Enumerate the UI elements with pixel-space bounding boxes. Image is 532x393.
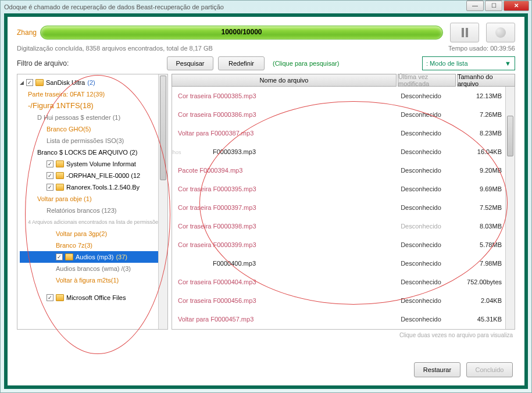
tree-row[interactable]: Lista de permissões ISO(3)	[20, 135, 158, 147]
tree-row[interactable]: Relatórios brancos (123)	[20, 205, 158, 216]
stop-button[interactable]	[486, 23, 515, 42]
tree-row[interactable]: Branco 7z(3)	[20, 240, 158, 251]
tree-row[interactable]: Branco $ LOCKS DE ARQUIVO (2)	[20, 147, 158, 158]
file-size: 7.52MB	[453, 204, 505, 211]
status-text: Digitalização concluída, 8358 arquivos e…	[17, 45, 213, 52]
progress-text: 10000/10000	[41, 28, 442, 36]
file-modified: Desconhecido	[389, 167, 453, 174]
tree-row[interactable]: Parte traseira: 0FAT 12(39)	[20, 88, 158, 100]
file-row[interactable]: Cor traseira F0000398.mp3Desconhecido8.0…	[172, 217, 505, 235]
file-row[interactable]: Pacote F0000394.mp3Desconhecido9.20MB	[172, 161, 505, 180]
file-modified: Desconhecido	[389, 204, 453, 211]
file-modified: Desconhecido	[389, 148, 453, 155]
folder-icon	[35, 79, 44, 86]
file-row[interactable]: Cor traseira F0000386.mp3Desconhecido7.2…	[172, 105, 505, 124]
folder-icon	[56, 160, 64, 167]
checkbox-icon[interactable]: ✓	[47, 294, 53, 301]
file-row[interactable]: Cor traseira F0000385.mp3Desconhecido12.…	[172, 87, 505, 105]
list-hint: Clique duas vezes no arquivo para visual…	[8, 330, 524, 340]
tree-row[interactable]: ✓-ORPHAN_FILE-0000 (12	[20, 170, 158, 181]
column-modified[interactable]: Última vez modificada	[398, 74, 456, 87]
list-scrollbar[interactable]	[505, 87, 515, 329]
file-modified: Desconhecido	[389, 316, 453, 323]
file-name-text: Cor traseira F0000385.mp3	[178, 92, 256, 99]
restore-button[interactable]: Restaurar	[414, 362, 460, 377]
file-row[interactable]: Cor dos olhosF0000393.mp3Desconhecido16.…	[172, 142, 505, 161]
close-button[interactable]: ✕	[504, 1, 529, 11]
tree-row-selected[interactable]: ✓ Audios (mp3) (37)	[20, 251, 158, 263]
file-modified: Desconhecido	[389, 185, 453, 192]
file-size: 8.23MB	[453, 130, 505, 137]
file-name-text: Cor traseira F0000456.mp3	[178, 297, 256, 304]
stop-icon	[495, 27, 506, 38]
file-modified: Desconhecido	[389, 278, 453, 285]
file-name-text: Cor traseira F0000398.mp3	[178, 223, 256, 230]
maximize-button[interactable]: ☐	[485, 1, 502, 11]
tree-row[interactable]: Voltar para 3gp(2)	[20, 228, 158, 240]
tree-scrollbar[interactable]	[158, 74, 167, 329]
filter-label: Filtro de arquivo:	[17, 59, 162, 67]
tree-row[interactable]: ✓System Volume Informat	[20, 158, 158, 170]
file-name-text: Cor traseira F0000404.mp3	[178, 278, 256, 285]
scrollbar-thumb[interactable]	[160, 76, 166, 180]
file-row[interactable]: Voltar para F0000387.mp3Desconhecido8.23…	[172, 124, 505, 142]
file-modified: Desconhecido	[389, 130, 453, 137]
file-name-text: Voltar para F0000387.mp3	[178, 130, 253, 137]
file-row[interactable]: Cor traseira F0000395.mp3Desconhecido9.6…	[172, 180, 505, 198]
file-name-text: Voltar para F0000457.mp3	[178, 316, 253, 323]
elapsed-time: Tempo usado: 00:39:56	[448, 45, 515, 52]
tree-row[interactable]: Voltar à figura m2ts(1)	[20, 274, 158, 286]
tree-row[interactable]: ✓Microsoft Office Files	[20, 292, 158, 303]
file-row[interactable]: Hui XiangF0000400.mp3Desconhecido7.98MB	[172, 254, 505, 273]
pause-icon	[466, 28, 468, 37]
file-row[interactable]: Cor traseira F0000399.mp3Desconhecido5.7…	[172, 235, 505, 254]
checkbox-icon[interactable]: ✓	[47, 160, 53, 167]
column-name[interactable]: Nome do arquivo	[172, 74, 397, 87]
scrollbar-thumb[interactable]	[507, 116, 513, 156]
file-size: 16.04KB	[453, 148, 505, 155]
view-mode-select[interactable]: : Modo de lista ▼	[422, 56, 515, 70]
progress-bar: 10000/10000	[40, 26, 443, 40]
folder-icon	[56, 184, 64, 191]
file-modified: Desconhecido	[389, 92, 453, 99]
minimize-button[interactable]: —	[466, 1, 484, 11]
file-row[interactable]: Cor traseira F0000397.mp3Desconhecido7.5…	[172, 198, 505, 217]
file-size: 2.04KB	[453, 297, 505, 304]
file-size: 5.78MB	[453, 241, 505, 248]
done-button[interactable]: Concluido	[466, 362, 513, 377]
folder-icon	[56, 294, 64, 301]
search-hint[interactable]: (Clique para pesquisar)	[269, 60, 417, 67]
file-size: 12.13MB	[453, 92, 505, 99]
tree-row[interactable]: ✓Ranorex.Tools.1.2.540.By	[20, 181, 158, 193]
column-size[interactable]: Tamanho do arquivo	[457, 74, 515, 87]
file-name-text: Cor traseira F0000399.mp3	[178, 241, 256, 248]
file-size: 7.98MB	[453, 260, 505, 267]
tree-row[interactable]: 4 Arquivos adicionais encontrados na lis…	[20, 216, 158, 228]
file-row[interactable]: Cor traseira F0000456.mp3Desconhecido2.0…	[172, 291, 505, 310]
pause-button[interactable]	[450, 23, 479, 42]
window-title: Odoque é chamado de recuperação de dados…	[4, 3, 224, 10]
tree-row[interactable]: Audios brancos (wma) /(3)	[20, 263, 158, 274]
file-modified: Desconhecido	[389, 241, 453, 248]
file-row[interactable]: Voltar para F0000457.mp3Desconhecido45.3…	[172, 310, 505, 328]
tree-row[interactable]: D Hui pessoas $ estender (1)	[20, 112, 158, 123]
checkbox-icon[interactable]: ✓	[26, 79, 33, 86]
file-row[interactable]: Cor traseira F0000404.mp3Desconhecido752…	[172, 273, 505, 291]
checkbox-icon[interactable]: ✓	[47, 184, 53, 191]
zhang-label: Zhang	[17, 28, 37, 37]
checkbox-icon[interactable]: ✓	[47, 172, 53, 179]
mode-label: : Modo de lista	[426, 60, 468, 67]
search-button[interactable]: Pesquisar	[167, 56, 213, 70]
tree-row[interactable]: Branco GHO(5)	[20, 123, 158, 135]
file-list: Cor traseira F0000385.mp3Desconhecido12.…	[172, 87, 515, 330]
checkbox-icon[interactable]: ✓	[56, 253, 63, 260]
reset-button[interactable]: Redefinir	[218, 56, 265, 70]
folder-icon	[65, 253, 73, 260]
file-modified: Desconhecido	[389, 223, 453, 230]
tree-row[interactable]: Voltar para obje (1)	[20, 193, 158, 205]
tree-row[interactable]: -/Figura 1NTFS(18)	[20, 100, 158, 112]
folder-icon	[56, 172, 64, 179]
tree-row[interactable]: ◢ ✓ SanDisk Ultra (2)	[20, 77, 158, 88]
file-name-text: Cor traseira F0000395.mp3	[178, 185, 256, 192]
file-size: 45.31KB	[453, 316, 505, 323]
